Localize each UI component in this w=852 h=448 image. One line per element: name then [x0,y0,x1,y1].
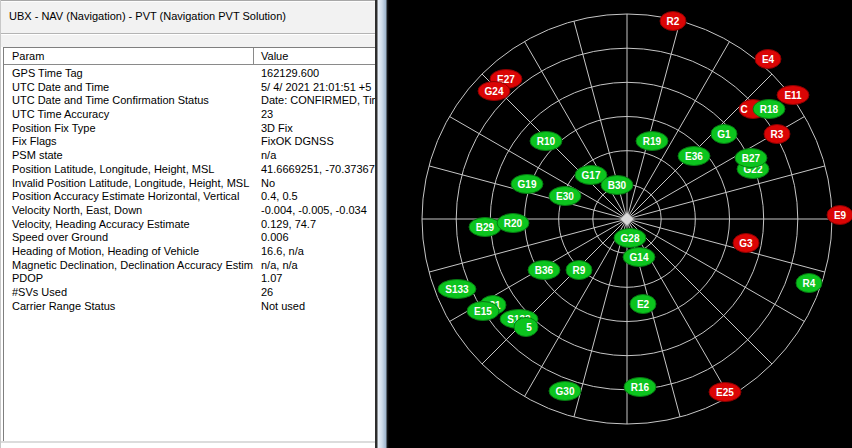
satellite-E25: E25 [709,383,741,402]
param-cell: PSM state [4,149,254,163]
satellite-E11: E11 [777,86,809,105]
satellite-label: E25 [716,387,734,398]
value-cell: n/a [254,149,376,163]
table-row[interactable]: Position Fix Type3D Fix [4,122,376,136]
param-cell: Velocity North, East, Down [4,204,254,218]
satellite-label: B29 [476,222,495,233]
title-gap [1,35,376,47]
value-cell: Not used [254,300,376,314]
satellite-R4: R4 [796,274,822,293]
table-row[interactable]: Position Latitude, Longitude, Height, MS… [4,163,376,177]
value-cell: n/a, n/a [254,259,376,273]
satellite-G3: G3 [733,234,759,253]
table-row[interactable]: Magnetic Declination, Declination Accura… [4,259,376,273]
satellite-label: 5 [526,322,532,333]
table-row[interactable]: PDOP1.07 [4,272,376,286]
column-header-value[interactable]: Value [254,48,376,64]
sky-plot: E27G24R2E4E11CR18R3G1R19R10E36G22B27G17B… [389,0,852,448]
satellite-R16: R16 [624,378,656,397]
table-row[interactable]: GPS Time Tag162129.600 [4,67,376,81]
table-row[interactable]: Speed over Ground0.006 [4,231,376,245]
param-cell: #SVs Used [4,286,254,300]
satellite-label: B30 [608,180,627,191]
value-cell: No [254,177,376,191]
satellite-E2: E2 [630,295,656,314]
table-row[interactable]: UTC Date and Time Confirmation StatusDat… [4,94,376,108]
satellite-R19: R19 [636,132,668,151]
table-row[interactable]: Carrier Range StatusNot used [4,300,376,314]
table-row[interactable]: Velocity, Heading Accuracy Estimate0.129… [4,218,376,232]
table-header[interactable]: Param Value [4,48,376,65]
page-title: UBX - NAV (Navigation) - PVT (Navigation… [9,10,286,22]
satellite-B29: B29 [469,218,501,237]
satellite-G28: G28 [614,229,646,248]
value-cell: 5/ 4/ 2021 21:01:51 +5 [254,81,376,95]
satellite-label: R2 [667,16,680,27]
satellite-B30: B30 [601,176,633,195]
table-row[interactable]: Heading of Motion, Heading of Vehicle16.… [4,245,376,259]
satellite-label: G17 [582,170,601,181]
param-cell: Velocity, Heading Accuracy Estimate [4,218,254,232]
value-cell: -0.004, -0.005, -0.034 [254,204,376,218]
satellite-G24: G24 [478,82,510,101]
satellite-G1: G1 [711,125,737,144]
table-rows: GPS Time Tag162129.600UTC Date and Time5… [4,65,376,313]
value-cell: 23 [254,108,376,122]
satellite-label: E11 [784,90,802,101]
table-row[interactable]: UTC Time Accuracy23 [4,108,376,122]
satellite-R20: R20 [497,214,529,233]
satellite-R18: R18 [753,100,785,119]
satellite-label: G1 [717,129,731,140]
satellite-label: E36 [685,151,703,162]
panel-bottom-border [1,441,376,443]
satellite-S133: S133 [438,280,476,299]
param-cell: PDOP [4,272,254,286]
panel-splitter[interactable] [375,0,389,448]
column-header-param[interactable]: Param [4,48,254,64]
satellite-label: E4 [762,54,775,65]
satellite-label: E15 [474,306,492,317]
param-cell: UTC Date and Time [4,81,254,95]
satellite-label: R4 [803,278,816,289]
value-cell: 3D Fix [254,122,376,136]
satellite-label: R18 [760,104,779,115]
table-row[interactable]: Invalid Position Latitude, Longitude, He… [4,177,376,191]
param-cell: UTC Time Accuracy [4,108,254,122]
param-cell: GPS Time Tag [4,67,254,81]
param-cell: Position Accuracy Estimate Horizontal, V… [4,190,254,204]
value-cell: 16.6, n/a [254,245,376,259]
nav-pvt-panel: UBX - NAV (Navigation) - PVT (Navigation… [0,0,375,448]
satellite-label: E2 [637,299,650,310]
satellite-label: B36 [535,265,554,276]
satellite-R9: R9 [566,261,592,280]
satellite-label: E9 [834,210,847,221]
value-cell: 162129.600 [254,67,376,81]
table-row[interactable]: Position Accuracy Estimate Horizontal, V… [4,190,376,204]
table-row[interactable]: Velocity North, East, Down-0.004, -0.005… [4,204,376,218]
ucenter-window: UBX - NAV (Navigation) - PVT (Navigation… [0,0,852,448]
satellite-R3: R3 [764,125,790,144]
satellite-label: G28 [621,233,640,244]
satellite-E30: E30 [549,187,581,206]
satellite-B36: B36 [528,261,560,280]
value-cell: FixOK DGNSS [254,135,376,149]
satellite-label: G3 [739,238,753,249]
value-cell: 1.07 [254,272,376,286]
satellite-E4: E4 [755,50,781,69]
table-row[interactable]: #SVs Used26 [4,286,376,300]
value-cell: 41.6669251, -70.373673 [254,163,376,177]
satellite-label: E30 [556,191,574,202]
satellite-label: R9 [573,265,586,276]
param-cell: Fix Flags [4,135,254,149]
param-cell: Speed over Ground [4,231,254,245]
table-row[interactable]: PSM staten/a [4,149,376,163]
satellite-label: G24 [485,86,504,97]
satellite-G30: G30 [549,382,581,401]
azimuth-line [525,219,628,397]
satellite-E15: E15 [467,302,499,321]
azimuth-line [482,219,627,364]
table-row[interactable]: Fix FlagsFixOK DGNSS [4,135,376,149]
table-row[interactable]: UTC Date and Time5/ 4/ 2021 21:01:51 +5 [4,81,376,95]
satellite-G14: G14 [623,248,655,267]
satellite-label: R19 [643,136,662,147]
